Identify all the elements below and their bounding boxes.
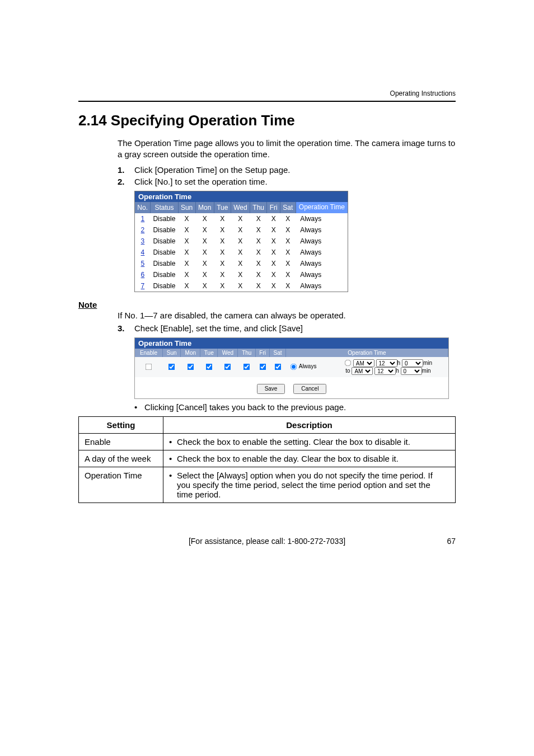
screenshot2-header-row: Enable Sun Mon Tue Wed Thu Fri Sat Opera… — [135, 349, 448, 357]
step-1-text: Click [Operation Time] on the Setup page… — [134, 165, 291, 175]
step-2-number: 2. — [118, 177, 125, 186]
day-cell: X — [231, 213, 250, 224]
row-day: A day of the week •Check the box to enab… — [79, 450, 456, 467]
enable-checkbox[interactable] — [146, 364, 152, 370]
day-cell: X — [267, 224, 280, 236]
mon-checkbox[interactable] — [187, 364, 194, 370]
day-cell: X — [267, 213, 280, 224]
row-number-link[interactable]: 5 — [141, 260, 145, 267]
from-min-select[interactable]: 0 — [402, 359, 423, 367]
row-number-link[interactable]: 2 — [141, 226, 145, 234]
day-cell: X — [195, 236, 214, 247]
row-number-link[interactable]: 4 — [141, 248, 145, 256]
from-h-label: h — [397, 359, 401, 365]
day-cell: X — [178, 247, 195, 258]
day-cell: X — [214, 258, 231, 269]
note-heading: Note — [78, 300, 456, 309]
th2-wed: Wed — [218, 349, 238, 357]
section-title-text: Specifying Operation Time — [111, 112, 295, 129]
thu-checkbox[interactable] — [243, 364, 250, 370]
day-cell: X — [280, 258, 296, 269]
th2-mon: Mon — [181, 349, 200, 357]
table-row: 6DisableXXXXXXXAlways — [135, 269, 348, 280]
sat-checkbox[interactable] — [274, 364, 281, 370]
to-hour-select[interactable]: 12 — [374, 367, 396, 375]
step-2: 2. Click [No.] to set the operation time… — [118, 177, 456, 186]
day-cell: X — [178, 213, 195, 224]
day-cell: X — [231, 269, 250, 280]
day-cell: X — [195, 224, 214, 236]
th-description: Description — [163, 416, 456, 433]
row-operation-time: Operation Time •Select the [Always] opti… — [79, 467, 456, 503]
step-3-number: 3. — [118, 323, 125, 333]
day-cell: X — [195, 258, 214, 269]
status-cell: Disable — [151, 224, 178, 236]
sun-checkbox[interactable] — [168, 364, 175, 370]
day-cell: X — [231, 247, 250, 258]
always-radio[interactable] — [291, 364, 297, 370]
cell-ot-label: Operation Time — [79, 467, 163, 503]
day-cell: X — [214, 213, 231, 224]
to-label: to — [345, 367, 350, 373]
wed-checkbox[interactable] — [224, 364, 231, 370]
to-h-label: h — [396, 367, 399, 373]
section-number: 2.14 — [78, 112, 107, 129]
day-cell: X — [267, 269, 280, 280]
cell-enable-desc: Check the box to enable the setting. Cle… — [177, 437, 446, 447]
th2-fri: Fri — [256, 349, 270, 357]
section-title: 2.14 Specifying Operation Time — [78, 112, 456, 129]
operation-time-cell: Always — [296, 269, 348, 280]
day-cell: X — [250, 224, 267, 236]
th2-thu: Thu — [238, 349, 256, 357]
fri-checkbox[interactable] — [259, 364, 266, 370]
day-cell: X — [178, 236, 195, 247]
row-enable: Enable •Check the box to enable the sett… — [79, 433, 456, 450]
tue-checkbox[interactable] — [205, 364, 212, 370]
status-cell: Disable — [151, 269, 178, 280]
row-number-link[interactable]: 7 — [141, 282, 145, 290]
day-cell: X — [195, 247, 214, 258]
th2-sat: Sat — [270, 349, 286, 357]
th-thu: Thu — [250, 202, 267, 213]
screenshot2-config-row: Always AM 12h 0min to AM 12h 0min — [135, 357, 448, 377]
from-ampm-select[interactable]: AM — [353, 359, 374, 367]
day-cell: X — [231, 280, 250, 292]
operation-time-cell: Always — [296, 224, 348, 236]
to-ampm-select[interactable]: AM — [352, 367, 373, 375]
operation-time-cell: Always — [296, 258, 348, 269]
intro-paragraph: The Operation Time page allows you to li… — [118, 138, 456, 161]
th-no: No. — [135, 202, 151, 213]
screenshot2-title: Operation Time — [135, 338, 448, 349]
day-cell: X — [195, 269, 214, 280]
th-operation-time: Operation Time — [296, 202, 348, 213]
step-2-text: Click [No.] to set the operation time. — [134, 177, 268, 186]
status-cell: Disable — [151, 258, 178, 269]
page-number: 67 — [447, 537, 456, 546]
cell-enable-label: Enable — [79, 433, 163, 450]
save-button[interactable]: Save — [257, 384, 285, 394]
table-row: 3DisableXXXXXXXAlways — [135, 236, 348, 247]
time-period-radio[interactable] — [345, 360, 352, 367]
cell-day-label: A day of the week — [79, 450, 163, 467]
row-number-link[interactable]: 1 — [141, 215, 145, 223]
day-cell: X — [280, 213, 296, 224]
row-number-link[interactable]: 3 — [141, 237, 145, 245]
table-row: 5DisableXXXXXXXAlways — [135, 258, 348, 269]
settings-description-table: Setting Description Enable •Check the bo… — [78, 416, 456, 503]
screenshot1-title: Operation Time — [135, 191, 348, 202]
day-cell: X — [250, 269, 267, 280]
th-fri: Fri — [267, 202, 280, 213]
step-3: 3. Check [Enable], set the time, and cli… — [118, 323, 456, 333]
from-hour-select[interactable]: 12 — [376, 359, 397, 367]
row-number-link[interactable]: 6 — [141, 271, 145, 279]
to-min-select[interactable]: 0 — [401, 367, 422, 375]
operation-time-cell: Always — [296, 280, 348, 292]
th-setting: Setting — [79, 416, 163, 433]
day-cell: X — [250, 280, 267, 292]
day-cell: X — [280, 280, 296, 292]
operation-time-cell: Always — [296, 247, 348, 258]
cancel-note: Clicking [Cancel] takes you back to the … — [134, 402, 456, 412]
cancel-button[interactable]: Cancel — [293, 384, 326, 394]
cell-ot-desc: Select the [Always] option when you do n… — [177, 471, 446, 499]
always-label: Always — [299, 363, 317, 369]
